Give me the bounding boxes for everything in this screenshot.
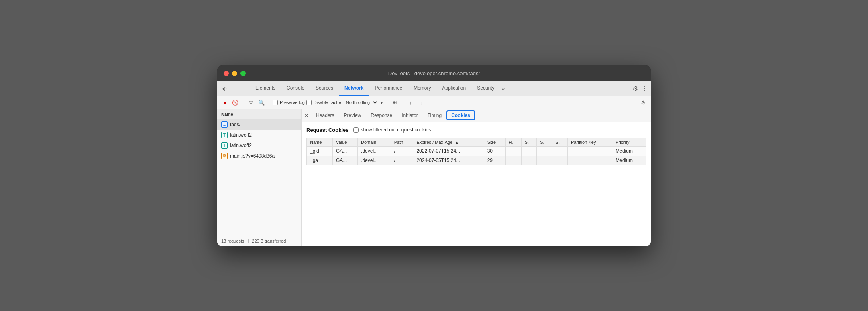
panel-tab-headers[interactable]: Headers [311,110,339,121]
panel-tab-timing[interactable]: Timing [423,110,447,121]
upload-icon[interactable]: ↑ [406,98,415,107]
col-header-expires[interactable]: Expires / Max-Age ▲ [413,138,484,146]
sidebar-item-latin1[interactable]: T latin.woff2 [217,130,301,140]
sidebar-item-mainjs[interactable]: ⚙ main.js?v=6498d36a [217,151,301,161]
content-area: × Headers Preview Response Initiator Tim… [302,109,651,246]
download-icon[interactable]: ↓ [417,98,426,107]
tab-memory[interactable]: Memory [408,81,436,96]
cell-h-1 [505,146,521,156]
sidebar-item-label-latin2: latin.woff2 [230,143,252,148]
record-button[interactable]: ● [220,98,229,107]
sidebar-item-latin2[interactable]: T latin.woff2 [217,140,301,151]
table-row[interactable]: _ga GA... .devel... / 2024-07-05T15:24..… [307,156,646,165]
cell-s3-1 [552,146,567,156]
tab-application[interactable]: Application [436,81,471,96]
file-icon-latin2: T [221,142,228,149]
traffic-lights [224,71,246,76]
panel-tab-initiator[interactable]: Initiator [397,110,422,121]
cell-path-1: / [391,146,413,156]
col-header-priority[interactable]: Priority [612,138,646,146]
col-header-value[interactable]: Value [332,138,357,146]
network-sidebar: Name ≡ tags/ T latin.woff2 T latin.woff2… [217,109,302,246]
col-header-domain[interactable]: Domain [358,138,391,146]
col-header-s1[interactable]: S. [521,138,536,146]
cookies-table-header-row: Name Value Domain Path Expires / Max-Age… [307,138,646,146]
tab-security[interactable]: Security [471,81,500,96]
col-header-path[interactable]: Path [391,138,413,146]
tab-network[interactable]: Network [339,81,369,96]
filter-button[interactable]: ▽ [247,98,255,107]
file-icon-tags: ≡ [221,121,228,128]
panel-close-button[interactable]: × [305,112,308,119]
cell-priority-2: Medium [612,156,646,165]
more-options-icon[interactable]: ⋮ [641,85,648,92]
maximize-button[interactable] [240,71,246,76]
sidebar-item-label-mainjs: main.js?v=6498d36a [230,153,275,159]
preserve-log-checkbox[interactable] [273,100,278,105]
sidebar-item-label-latin1: latin.woff2 [230,132,252,138]
cell-s1-1 [521,146,536,156]
cookies-header: Request Cookies show filtered out reques… [306,127,646,133]
preserve-log-label[interactable]: Preserve log [273,100,305,105]
cursor-icon[interactable]: ⬖ [220,84,228,92]
col-header-h[interactable]: H. [505,138,521,146]
cookies-table-body: _gid GA... .devel... / 2022-07-07T15:24.… [307,146,646,165]
sidebar-footer: 13 requests | 220 B transferred [217,236,301,246]
cell-expires-2: 2024-07-05T15:24... [413,156,484,165]
col-header-s3[interactable]: S. [552,138,567,146]
table-row[interactable]: _gid GA... .devel... / 2022-07-07T15:24.… [307,146,646,156]
cell-expires-1: 2022-07-07T15:24... [413,146,484,156]
close-button[interactable] [224,71,229,76]
toolbar-divider-2 [269,99,269,106]
cell-domain-1: .devel... [358,146,391,156]
col-header-size[interactable]: Size [484,138,505,146]
panel-tabs: × Headers Preview Response Initiator Tim… [302,109,651,122]
tab-performance[interactable]: Performance [369,81,408,96]
minimize-button[interactable] [232,71,237,76]
col-header-name[interactable]: Name [307,138,333,146]
sidebar-header: Name [217,109,301,119]
show-filtered-label[interactable]: show filtered out request cookies [353,127,431,133]
toolbar-divider-4 [403,99,403,106]
col-header-s2[interactable]: S. [537,138,552,146]
panel-tab-cookies[interactable]: Cookies [446,110,475,120]
toolbar-settings-icon[interactable]: ⚙ [639,98,648,107]
block-requests-button[interactable]: 🚫 [231,98,240,107]
device-icon[interactable]: ▭ [232,84,240,92]
cell-domain-2: .devel... [358,156,391,165]
cell-s3-2 [552,156,567,165]
cookies-table-head: Name Value Domain Path Expires / Max-Age… [307,138,646,146]
tab-elements[interactable]: Elements [250,81,281,96]
disable-cache-label[interactable]: Disable cache [306,100,341,105]
panel-tab-response[interactable]: Response [366,110,397,121]
cell-name-2: _ga [307,156,333,165]
main-area: Name ≡ tags/ T latin.woff2 T latin.woff2… [217,109,651,246]
disable-cache-checkbox[interactable] [306,100,312,105]
file-icon-mainjs: ⚙ [221,153,228,159]
cell-partition-key-1 [567,146,612,156]
more-tabs-button[interactable]: » [502,85,505,92]
settings-icon[interactable]: ⚙ [632,85,638,92]
throttle-select[interactable]: No throttling [343,99,378,106]
sidebar-item-tags[interactable]: ≡ tags/ [217,119,301,130]
tab-icons: ⬖ ▭ [220,84,245,92]
throttle-arrow-icon: ▼ [380,100,384,105]
transferred-size: 220 B transferred [252,239,286,243]
show-filtered-checkbox[interactable] [353,127,359,133]
cell-h-2 [505,156,521,165]
col-header-partition-key[interactable]: Partition Key [567,138,612,146]
title-bar: DevTools - developer.chrome.com/tags/ [217,65,651,81]
tab-settings-area: ⚙ ⋮ [632,85,648,92]
cookies-panel: Request Cookies show filtered out reques… [302,122,651,246]
tab-console[interactable]: Console [281,81,310,96]
cell-s2-2 [537,156,552,165]
tab-sources[interactable]: Sources [310,81,339,96]
cookies-title: Request Cookies [306,127,348,133]
cell-s1-2 [521,156,536,165]
window-title: DevTools - developer.chrome.com/tags/ [388,70,480,76]
sort-arrow-icon: ▲ [455,140,459,145]
panel-tab-preview[interactable]: Preview [339,110,366,121]
wifi-icon[interactable]: ≋ [391,98,399,107]
cell-value-1: GA... [332,146,357,156]
search-button[interactable]: 🔍 [257,98,266,107]
